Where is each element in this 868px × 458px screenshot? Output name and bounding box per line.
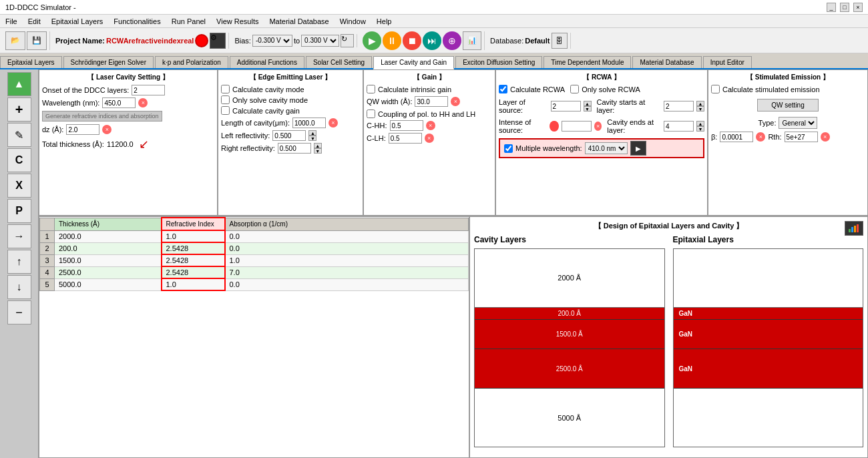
cell-ri[interactable]: 1.0 [162, 230, 225, 242]
chart-icon[interactable] [845, 221, 863, 236]
sidebar-down[interactable]: ↓ [7, 275, 31, 299]
sidebar-up[interactable]: ↑ [7, 250, 31, 274]
left-refl-up[interactable]: ▲ [308, 130, 316, 136]
cav-start-down[interactable]: ▼ [696, 106, 704, 111]
type-select[interactable]: General [779, 117, 817, 129]
close-btn[interactable]: × [853, 3, 863, 12]
length-clear[interactable]: × [329, 118, 338, 128]
tab-input[interactable]: Input Editor [703, 56, 752, 68]
cell-thickness[interactable]: 5000.0 [55, 278, 162, 290]
sidebar-arrow-up[interactable]: ▲ [7, 72, 31, 96]
tab-laser[interactable]: Laser Cavity and Gain [373, 56, 454, 69]
maximize-btn[interactable]: □ [840, 3, 849, 12]
wavelength-run-btn[interactable]: ▶ [630, 141, 646, 156]
length-input[interactable] [292, 118, 326, 128]
tab-time[interactable]: Time Dependent Module [544, 56, 631, 68]
save-btn[interactable]: 💾 [27, 31, 47, 50]
clh-input[interactable] [389, 133, 422, 144]
extra-btn[interactable]: ⊕ [443, 31, 461, 50]
menu-help[interactable]: Help [371, 16, 397, 27]
run-btn[interactable]: ▶ [363, 31, 381, 50]
stop-btn[interactable]: ⏹ [403, 31, 421, 50]
menu-func[interactable]: Functionalities [108, 16, 166, 27]
multiple-wavelength-cb[interactable] [504, 144, 513, 153]
qw-setting-btn[interactable]: QW setting [757, 99, 818, 111]
pause-btn[interactable]: ⏸ [383, 31, 401, 50]
sidebar-minus[interactable]: − [7, 300, 31, 324]
db-icon[interactable]: 🗄 [552, 33, 568, 49]
rth-clear[interactable]: × [821, 132, 830, 142]
tab-solar[interactable]: Solar Cell Setting [306, 56, 372, 68]
menu-epitaxial[interactable]: Epitaxial Layers [46, 16, 109, 27]
coupling-cb[interactable] [367, 109, 375, 118]
calc-intrinsic-cb[interactable] [367, 85, 375, 93]
wavelength-clear[interactable]: × [138, 98, 148, 107]
cav-start-up[interactable]: ▲ [696, 101, 704, 106]
sidebar-p[interactable]: P [7, 199, 31, 223]
cell-thickness[interactable]: 200.0 [55, 242, 162, 254]
right-refl-up[interactable]: ▲ [314, 143, 322, 148]
bias-from[interactable]: -0.300 V [252, 35, 292, 47]
tab-schrodinger[interactable]: Schrödinger Eigen Solver [63, 56, 154, 68]
right-refl-input[interactable] [278, 143, 311, 154]
cav-end-up[interactable]: ▲ [696, 121, 704, 126]
cell-absorption[interactable]: 0.0 [225, 242, 469, 254]
sidebar-x[interactable]: X [7, 174, 31, 198]
only-solve-rcwa-cb[interactable] [570, 85, 579, 93]
menu-view[interactable]: View Results [211, 16, 264, 27]
left-refl-down[interactable]: ▼ [308, 136, 316, 141]
tab-exciton[interactable]: Exciton Diffusion Setting [455, 56, 542, 68]
chh-clear[interactable]: × [426, 121, 435, 130]
cell-thickness[interactable]: 2500.0 [55, 266, 162, 278]
layer-src-up[interactable]: ▲ [584, 101, 592, 106]
cell-absorption[interactable]: 7.0 [225, 266, 469, 278]
tab-material[interactable]: Material Database [632, 56, 701, 68]
calc-rcwa-cb[interactable] [499, 85, 507, 93]
chart-btn[interactable]: 📊 [463, 31, 481, 50]
tab-epitaxial[interactable]: Epitaxial Layers [0, 56, 62, 68]
qw-width-input[interactable] [415, 96, 448, 107]
beta-clear[interactable]: × [756, 132, 765, 142]
settings-icon[interactable]: ⚙ [210, 33, 226, 49]
sidebar-add[interactable]: + [7, 97, 31, 122]
tab-kp[interactable]: k·p and Polarization [155, 56, 228, 68]
only-solve-cb[interactable] [221, 95, 230, 104]
cavity-ends-input[interactable] [664, 121, 694, 132]
calc-stim-cb[interactable] [711, 85, 720, 93]
menu-edit[interactable]: Edit [23, 16, 46, 27]
cell-ri[interactable]: 1.0 [162, 278, 225, 290]
chh-input[interactable] [390, 120, 423, 131]
bias-refresh[interactable]: ↻ [341, 34, 354, 47]
generate-btn[interactable]: Generate refractive indices and absorpti… [42, 111, 162, 122]
cell-ri[interactable]: 2.5428 [162, 266, 225, 278]
cav-end-down[interactable]: ▼ [696, 126, 704, 132]
step-btn[interactable]: ⏭ [423, 31, 441, 50]
onset-input[interactable] [132, 85, 165, 95]
minimize-btn[interactable]: _ [827, 3, 836, 12]
clh-clear[interactable]: × [425, 134, 434, 143]
cell-thickness[interactable]: 1500.0 [55, 254, 162, 266]
calc-cavity-gain-cb[interactable] [221, 106, 230, 115]
cell-thickness[interactable]: 2000.0 [55, 230, 162, 242]
dz-clear[interactable]: × [102, 125, 112, 134]
right-refl-down[interactable]: ▼ [314, 148, 322, 154]
calc-cavity-mode-cb[interactable] [221, 85, 230, 93]
bias-to[interactable]: 0.300 V [301, 35, 339, 47]
menu-run[interactable]: Run Panel [166, 16, 211, 27]
cell-ri[interactable]: 2.5428 [162, 254, 225, 266]
open-btn[interactable]: 📂 [5, 31, 25, 50]
menu-file[interactable]: File [0, 16, 23, 27]
cell-absorption[interactable]: 0.0 [225, 278, 469, 290]
qw-clear[interactable]: × [451, 97, 460, 106]
sidebar-c[interactable]: C [7, 148, 31, 172]
cavity-starts-input[interactable] [664, 101, 694, 111]
layer-source-input[interactable] [551, 101, 581, 111]
wavelength-input[interactable] [102, 97, 136, 108]
cell-absorption[interactable]: 1.0 [225, 254, 469, 266]
menu-window[interactable]: Window [335, 16, 371, 27]
rth-input[interactable] [785, 132, 818, 142]
tab-additional[interactable]: Additional Functions [230, 56, 304, 68]
cell-ri[interactable]: 2.5428 [162, 242, 225, 254]
menu-material[interactable]: Material Database [264, 16, 334, 27]
wavelength-select[interactable]: 410.0 nm [585, 142, 628, 154]
